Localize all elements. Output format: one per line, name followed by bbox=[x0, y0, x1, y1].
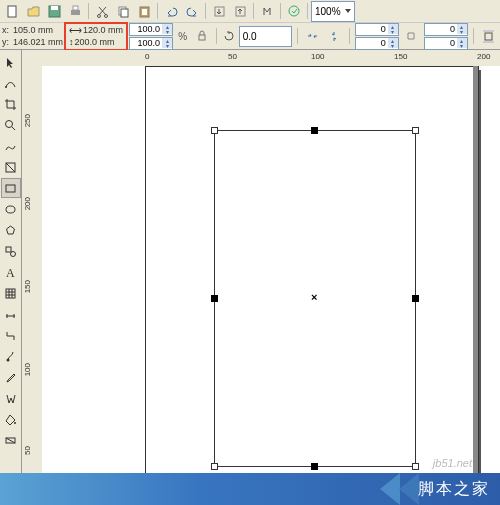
table-tool[interactable] bbox=[1, 283, 21, 303]
height-icon: ↕ bbox=[69, 37, 74, 48]
paste-icon[interactable] bbox=[134, 1, 154, 21]
eyedropper-tool[interactable] bbox=[1, 367, 21, 387]
polygon-tool[interactable] bbox=[1, 220, 21, 240]
footer-banner: 脚本之家 bbox=[0, 473, 500, 505]
selected-rectangle[interactable]: × bbox=[214, 130, 416, 467]
outline-tool[interactable] bbox=[1, 388, 21, 408]
svg-rect-4 bbox=[73, 6, 78, 10]
drawing-canvas[interactable]: × jb51.net bbox=[42, 66, 500, 505]
ruler-origin[interactable] bbox=[22, 50, 43, 67]
svg-point-20 bbox=[6, 206, 15, 213]
svg-rect-0 bbox=[8, 6, 16, 17]
import-icon[interactable] bbox=[209, 1, 229, 21]
footer-brand-text: 脚本之家 bbox=[418, 479, 490, 500]
width-icon: ⟷ bbox=[69, 25, 82, 36]
footer-chevron-icon bbox=[380, 473, 400, 505]
handle-bl[interactable] bbox=[211, 463, 218, 470]
work-area: A 0 50 100 150 200 300 250 200 150 100 5… bbox=[0, 50, 500, 505]
zoom-value: 100% bbox=[315, 6, 341, 17]
svg-point-13 bbox=[289, 6, 299, 16]
center-marker[interactable]: × bbox=[311, 291, 317, 303]
handle-tr[interactable] bbox=[412, 127, 419, 134]
x-label: x: bbox=[2, 25, 12, 36]
dimension-tool[interactable] bbox=[1, 304, 21, 324]
scale-group: 100.0▴▾ 100.0▴▾ bbox=[129, 23, 173, 50]
redo-icon[interactable] bbox=[182, 1, 202, 21]
corner-tr-input[interactable]: 0▴▾ bbox=[424, 23, 468, 36]
mirror-h-icon[interactable] bbox=[303, 26, 322, 46]
rotation-icon bbox=[222, 29, 235, 43]
svg-text:A: A bbox=[6, 266, 15, 279]
cut-icon[interactable] bbox=[92, 1, 112, 21]
save-icon[interactable] bbox=[44, 1, 64, 21]
vertical-ruler[interactable]: 300 250 200 150 100 50 bbox=[22, 66, 43, 505]
percent-icon: % bbox=[176, 29, 189, 43]
svg-rect-21 bbox=[6, 247, 11, 252]
interactive-fill-tool[interactable] bbox=[1, 430, 21, 450]
smart-fill-tool[interactable] bbox=[1, 157, 21, 177]
wrap-text-icon[interactable] bbox=[479, 26, 498, 46]
corner-br-input[interactable]: 0▴▾ bbox=[424, 37, 468, 50]
corner-tl-input[interactable]: 0▴▾ bbox=[355, 23, 399, 36]
rotation-input[interactable]: 0.0 bbox=[239, 26, 292, 47]
page-right-edge bbox=[473, 66, 478, 505]
lock-ratio-icon[interactable] bbox=[192, 26, 211, 46]
corner-link-icon[interactable] bbox=[402, 26, 421, 46]
basic-shapes-tool[interactable] bbox=[1, 241, 21, 261]
svg-point-6 bbox=[104, 14, 107, 17]
open-icon[interactable] bbox=[23, 1, 43, 21]
svg-point-26 bbox=[14, 422, 16, 424]
svg-rect-8 bbox=[121, 9, 128, 17]
print-icon[interactable] bbox=[65, 1, 85, 21]
y-value: 146.021 mm bbox=[13, 37, 63, 48]
footer-chevron-icon bbox=[399, 473, 419, 505]
freehand-tool[interactable] bbox=[1, 136, 21, 156]
export-icon[interactable] bbox=[230, 1, 250, 21]
shape-tool[interactable] bbox=[1, 73, 21, 93]
connector-tool[interactable] bbox=[1, 325, 21, 345]
handle-bm[interactable] bbox=[311, 463, 318, 470]
corner-bl-input[interactable]: 0▴▾ bbox=[355, 37, 399, 50]
pick-tool[interactable] bbox=[1, 52, 21, 72]
main-toolbar: 100% bbox=[0, 0, 500, 23]
x-value: 105.0 mm bbox=[13, 25, 63, 36]
svg-rect-24 bbox=[6, 289, 15, 298]
svg-rect-14 bbox=[199, 35, 205, 40]
watermark-text: jb51.net bbox=[433, 457, 472, 469]
svg-point-5 bbox=[97, 14, 100, 17]
handle-mr[interactable] bbox=[412, 295, 419, 302]
horizontal-ruler[interactable]: 0 50 100 150 200 bbox=[42, 50, 500, 67]
zoom-tool[interactable] bbox=[1, 115, 21, 135]
width-value[interactable]: 120.0 mm bbox=[83, 25, 123, 36]
svg-point-16 bbox=[5, 86, 7, 88]
fill-tool[interactable] bbox=[1, 409, 21, 429]
app-launcher-icon[interactable] bbox=[257, 1, 277, 21]
svg-rect-15 bbox=[485, 33, 492, 40]
ellipse-tool[interactable] bbox=[1, 199, 21, 219]
undo-icon[interactable] bbox=[161, 1, 181, 21]
text-tool[interactable]: A bbox=[1, 262, 21, 282]
corner-radius-group-2: 0▴▾ 0▴▾ bbox=[424, 23, 468, 50]
y-label: y: bbox=[2, 37, 12, 48]
handle-tm[interactable] bbox=[311, 127, 318, 134]
svg-point-17 bbox=[6, 120, 13, 127]
svg-point-25 bbox=[7, 358, 10, 361]
effects-tool[interactable] bbox=[1, 346, 21, 366]
canvas-viewport[interactable]: 0 50 100 150 200 300 250 200 150 100 50 bbox=[22, 50, 500, 505]
handle-ml[interactable] bbox=[211, 295, 218, 302]
handle-tl[interactable] bbox=[211, 127, 218, 134]
handle-br[interactable] bbox=[412, 463, 419, 470]
size-input-group[interactable]: ⟷120.0 mm ↕200.0 mm bbox=[66, 24, 126, 49]
crop-tool[interactable] bbox=[1, 94, 21, 114]
mirror-v-icon[interactable] bbox=[325, 26, 344, 46]
scale-x-input[interactable]: 100.0▴▾ bbox=[129, 23, 173, 36]
zoom-level-combo[interactable]: 100% bbox=[311, 1, 355, 22]
scale-y-input[interactable]: 100.0▴▾ bbox=[129, 37, 173, 50]
height-value[interactable]: 200.0 mm bbox=[75, 37, 115, 48]
rectangle-tool[interactable] bbox=[1, 178, 21, 198]
copy-icon[interactable] bbox=[113, 1, 133, 21]
svg-rect-3 bbox=[71, 10, 80, 15]
new-doc-icon[interactable] bbox=[2, 1, 22, 21]
svg-rect-10 bbox=[142, 9, 147, 15]
welcome-icon[interactable] bbox=[284, 1, 304, 21]
